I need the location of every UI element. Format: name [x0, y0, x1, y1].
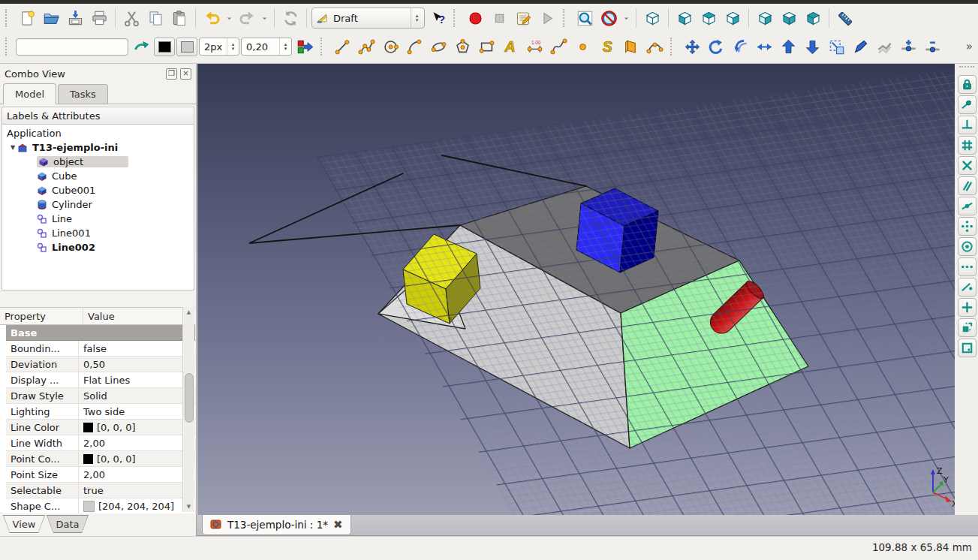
3d-viewport[interactable]: Z Y X [197, 64, 955, 515]
line-color-swatch[interactable] [154, 38, 175, 56]
fit-all-button[interactable] [573, 7, 596, 29]
property-row-point-co-[interactable]: Point Co...[0, 0, 0] [6, 451, 195, 467]
property-row-boundin-[interactable]: Boundin...false [6, 341, 195, 357]
draw-style-dropdown[interactable] [621, 7, 631, 29]
measure-distance-button[interactable] [834, 7, 856, 29]
property-value[interactable]: false [78, 341, 195, 356]
refresh-button[interactable] [279, 7, 302, 29]
property-row-base[interactable]: Base [6, 325, 195, 341]
pattern-scale-spinbox[interactable]: 0,20▴▾ [241, 38, 292, 56]
toolbar-handle[interactable] [320, 38, 327, 56]
snap-grid-button[interactable] [958, 136, 976, 155]
snap-near-button[interactable] [958, 278, 976, 297]
redo-dropdown[interactable] [260, 7, 269, 29]
snap-intersection-button[interactable] [958, 156, 976, 175]
toolbar-handle[interactable] [5, 38, 11, 56]
draft-point-button[interactable] [571, 35, 594, 58]
tree-item-line001[interactable]: Line001 [2, 226, 194, 240]
draft-join-button[interactable] [873, 35, 895, 58]
toolbar-handle[interactable] [959, 66, 974, 72]
property-row-line-color[interactable]: Line Color[0, 0, 0] [6, 420, 195, 435]
tree-column-header[interactable]: Labels & Attributes [2, 107, 194, 125]
property-value[interactable]: [0, 0, 0] [78, 420, 195, 435]
draw-style-button[interactable] [597, 7, 620, 29]
toggle-construction-button[interactable] [130, 35, 152, 58]
combo-spin-arrows[interactable]: ▴▾ [411, 8, 423, 28]
draft-addpoint-button[interactable] [897, 35, 919, 58]
tab-close-icon[interactable]: ✖ [333, 519, 343, 531]
line-width-spinbox[interactable]: 2px▴▾ [199, 38, 239, 56]
panel-close-icon[interactable]: × [180, 68, 191, 80]
tree-item-cylinder[interactable]: Cylinder [2, 197, 194, 212]
scroll-up-icon[interactable]: ▲ [183, 309, 194, 315]
toolbar-handle[interactable] [670, 38, 676, 56]
snap-extension-button[interactable] [958, 257, 976, 276]
tab-data[interactable]: Data [47, 515, 89, 533]
property-row-line-width[interactable]: Line Width2,00 [6, 435, 195, 451]
draft-scale-button[interactable] [825, 35, 847, 58]
cut-button[interactable] [120, 7, 143, 29]
toolbar-handle[interactable] [453, 9, 459, 27]
toolbar-overflow-icon[interactable]: » [966, 40, 976, 53]
tree-item-line002[interactable]: Line002 [2, 240, 194, 254]
expand-arrow-icon[interactable]: ▼ [8, 144, 17, 151]
macro-edit-button[interactable] [512, 7, 534, 29]
draft-delpoint-button[interactable] [921, 35, 943, 58]
draft-bezier-button[interactable] [643, 35, 666, 58]
spinbox-arrows[interactable]: ▴▾ [227, 38, 239, 55]
property-value[interactable]: 2,00 [78, 467, 195, 482]
draft-polygon-button[interactable] [451, 35, 474, 58]
draft-ellipse-button[interactable] [427, 35, 450, 58]
draft-move-button[interactable] [681, 35, 703, 58]
tree-item-cube001[interactable]: Cube001 [2, 183, 194, 197]
value-column-header[interactable]: Value [83, 308, 195, 324]
property-value[interactable]: Solid [78, 388, 195, 403]
face-color-swatch[interactable] [176, 38, 197, 56]
draft-trimex-button[interactable] [753, 35, 775, 58]
property-row-lighting[interactable]: LightingTwo side [6, 404, 195, 420]
draft-upgrade-button[interactable] [777, 35, 799, 58]
macro-play-button[interactable] [536, 7, 558, 29]
whats-this-button[interactable]: ? [426, 7, 449, 29]
draft-dimension-button[interactable]: 1.00 [523, 35, 546, 58]
view-top-button[interactable] [697, 7, 720, 29]
save-document-button[interactable] [64, 7, 86, 29]
redo-button[interactable] [236, 7, 258, 29]
draft-text-button[interactable]: A [499, 35, 522, 58]
tree-item-cube[interactable]: Cube [2, 169, 194, 183]
macro-stop-button[interactable] [488, 7, 510, 29]
property-row-selectable[interactable]: Selectabletrue [6, 483, 195, 498]
snap-ortho-button[interactable] [958, 298, 976, 317]
toolbar-handle[interactable] [5, 9, 11, 27]
scroll-down-icon[interactable]: ▼ [183, 504, 194, 510]
paste-button[interactable] [168, 7, 191, 29]
snap-special-button[interactable] [958, 318, 976, 337]
new-document-button[interactable] [16, 7, 38, 29]
property-row-display-[interactable]: Display ...Flat Lines [6, 372, 195, 388]
draft-bspline-button[interactable] [547, 35, 570, 58]
toolbar-handle[interactable] [563, 9, 569, 27]
view-isometric-button[interactable] [641, 7, 664, 29]
print-button[interactable] [88, 7, 110, 29]
workbench-selector[interactable]: Draft▴▾ [311, 8, 425, 29]
draft-line-button[interactable] [331, 35, 354, 58]
tree-item-t13-ejemplo-ini[interactable]: ▼T13-ejemplo-ini [2, 140, 194, 155]
draft-downgrade-button[interactable] [801, 35, 823, 58]
copy-button[interactable] [144, 7, 167, 29]
scrollbar-thumb[interactable] [185, 373, 194, 423]
property-value[interactable]: [0, 0, 0] [78, 451, 195, 466]
view-bottom-button[interactable] [778, 7, 800, 29]
apply-style-button[interactable] [293, 35, 316, 58]
view-left-button[interactable] [802, 7, 824, 29]
view-right-button[interactable] [721, 7, 744, 29]
draft-arc-button[interactable] [403, 35, 426, 58]
undo-button[interactable] [200, 7, 223, 29]
draft-circle-button[interactable] [379, 35, 402, 58]
tree-item-object[interactable]: object [2, 155, 194, 169]
property-value[interactable]: true [78, 483, 195, 498]
snap-perpendicular-button[interactable] [958, 116, 976, 134]
panel-float-icon[interactable]: ❐ [166, 68, 177, 80]
draft-wire-button[interactable] [355, 35, 378, 58]
draft-rectangle-button[interactable] [475, 35, 498, 58]
tab-model[interactable]: Model [3, 83, 56, 104]
